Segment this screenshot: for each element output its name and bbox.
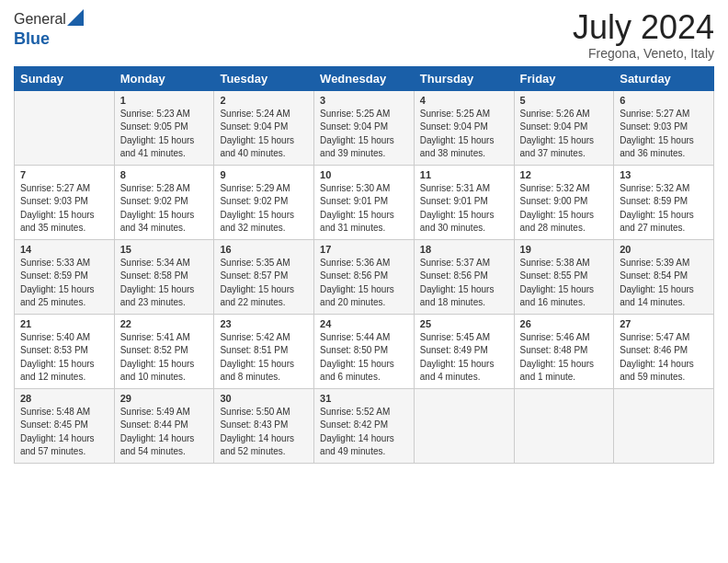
calendar-cell: 14 Sunrise: 5:33 AMSunset: 8:59 PMDaylig… <box>15 239 115 314</box>
cell-info: Sunrise: 5:38 AMSunset: 8:55 PMDaylight:… <box>520 258 595 308</box>
calendar-week-0: 1 Sunrise: 5:23 AMSunset: 9:05 PMDayligh… <box>15 90 714 165</box>
calendar-cell: 17 Sunrise: 5:36 AMSunset: 8:56 PMDaylig… <box>314 239 415 314</box>
cell-info: Sunrise: 5:30 AMSunset: 9:01 PMDaylight:… <box>320 183 394 234</box>
day-number: 28 <box>20 393 108 404</box>
day-number: 12 <box>520 169 609 180</box>
day-number: 13 <box>620 169 708 180</box>
calendar-week-1: 7 Sunrise: 5:27 AMSunset: 9:03 PMDayligh… <box>15 165 714 239</box>
cell-info: Sunrise: 5:52 AMSunset: 8:42 PMDaylight:… <box>320 407 394 457</box>
cell-info: Sunrise: 5:50 AMSunset: 8:43 PMDaylight:… <box>220 407 294 457</box>
svg-marker-0 <box>67 9 84 26</box>
calendar-cell: 23 Sunrise: 5:42 AMSunset: 8:51 PMDaylig… <box>214 314 314 388</box>
cell-info: Sunrise: 5:41 AMSunset: 8:52 PMDaylight:… <box>120 332 195 383</box>
calendar-cell: 15 Sunrise: 5:34 AMSunset: 8:58 PMDaylig… <box>114 239 214 314</box>
cell-info: Sunrise: 5:25 AMSunset: 9:04 PMDaylight:… <box>320 109 394 159</box>
day-number: 18 <box>420 244 508 255</box>
day-number: 24 <box>320 318 408 329</box>
day-number: 31 <box>320 393 408 404</box>
day-number: 30 <box>220 393 308 404</box>
day-number: 14 <box>20 244 108 255</box>
calendar-cell: 29 Sunrise: 5:49 AMSunset: 8:44 PMDaylig… <box>114 388 214 463</box>
calendar-cell: 3 Sunrise: 5:25 AMSunset: 9:04 PMDayligh… <box>314 90 415 165</box>
calendar-cell: 8 Sunrise: 5:28 AMSunset: 9:02 PMDayligh… <box>114 165 214 239</box>
cell-info: Sunrise: 5:34 AMSunset: 8:58 PMDaylight:… <box>120 258 195 308</box>
cell-info: Sunrise: 5:40 AMSunset: 8:53 PMDaylight:… <box>20 332 95 383</box>
cell-info: Sunrise: 5:25 AMSunset: 9:04 PMDaylight:… <box>420 109 495 159</box>
calendar-cell <box>15 90 115 165</box>
logo-general-text: General <box>14 11 66 28</box>
header-row: Sunday Monday Tuesday Wednesday Thursday… <box>15 66 714 90</box>
calendar-cell: 7 Sunrise: 5:27 AMSunset: 9:03 PMDayligh… <box>15 165 115 239</box>
cell-info: Sunrise: 5:42 AMSunset: 8:51 PMDaylight:… <box>220 332 294 383</box>
cell-info: Sunrise: 5:35 AMSunset: 8:57 PMDaylight:… <box>220 258 294 308</box>
calendar-cell: 4 Sunrise: 5:25 AMSunset: 9:04 PMDayligh… <box>414 90 514 165</box>
col-wednesday: Wednesday <box>314 66 415 90</box>
calendar-cell: 9 Sunrise: 5:29 AMSunset: 9:02 PMDayligh… <box>214 165 314 239</box>
day-number: 5 <box>520 95 609 106</box>
day-number: 9 <box>220 169 308 180</box>
cell-info: Sunrise: 5:31 AMSunset: 9:01 PMDaylight:… <box>420 183 495 234</box>
day-number: 22 <box>120 318 209 329</box>
day-number: 4 <box>420 95 508 106</box>
day-number: 25 <box>420 318 508 329</box>
calendar-cell: 12 Sunrise: 5:32 AMSunset: 9:00 PMDaylig… <box>514 165 614 239</box>
calendar-cell: 11 Sunrise: 5:31 AMSunset: 9:01 PMDaylig… <box>414 165 514 239</box>
col-tuesday: Tuesday <box>214 66 314 90</box>
day-number: 29 <box>120 393 209 404</box>
calendar-cell: 1 Sunrise: 5:23 AMSunset: 9:05 PMDayligh… <box>114 90 214 165</box>
day-number: 3 <box>320 95 408 106</box>
day-number: 23 <box>220 318 308 329</box>
col-monday: Monday <box>114 66 214 90</box>
calendar-cell <box>614 388 714 463</box>
calendar-week-3: 21 Sunrise: 5:40 AMSunset: 8:53 PMDaylig… <box>15 314 714 388</box>
calendar-cell <box>414 388 514 463</box>
cell-info: Sunrise: 5:32 AMSunset: 8:59 PMDaylight:… <box>620 183 694 234</box>
calendar-table: Sunday Monday Tuesday Wednesday Thursday… <box>14 66 714 464</box>
calendar-cell: 2 Sunrise: 5:24 AMSunset: 9:04 PMDayligh… <box>214 90 314 165</box>
day-number: 17 <box>320 244 408 255</box>
title-block: July 2024 Fregona, Veneto, Italy <box>573 9 714 61</box>
day-number: 8 <box>120 169 209 180</box>
calendar-week-4: 28 Sunrise: 5:48 AMSunset: 8:45 PMDaylig… <box>15 388 714 463</box>
cell-info: Sunrise: 5:37 AMSunset: 8:56 PMDaylight:… <box>420 258 495 308</box>
cell-info: Sunrise: 5:27 AMSunset: 9:03 PMDaylight:… <box>20 183 95 234</box>
logo-icon <box>67 9 84 26</box>
main-container: General Blue July 2024 Fregona, Veneto, … <box>0 0 728 473</box>
calendar-cell: 16 Sunrise: 5:35 AMSunset: 8:57 PMDaylig… <box>214 239 314 314</box>
day-number: 7 <box>20 169 108 180</box>
cell-info: Sunrise: 5:32 AMSunset: 9:00 PMDaylight:… <box>520 183 595 234</box>
day-number: 6 <box>620 95 708 106</box>
day-number: 20 <box>620 244 708 255</box>
cell-info: Sunrise: 5:29 AMSunset: 9:02 PMDaylight:… <box>220 183 294 234</box>
location: Fregona, Veneto, Italy <box>573 46 714 61</box>
cell-info: Sunrise: 5:47 AMSunset: 8:46 PMDaylight:… <box>620 332 694 383</box>
day-number: 19 <box>520 244 609 255</box>
day-number: 21 <box>20 318 108 329</box>
calendar-cell: 22 Sunrise: 5:41 AMSunset: 8:52 PMDaylig… <box>114 314 214 388</box>
calendar-cell: 19 Sunrise: 5:38 AMSunset: 8:55 PMDaylig… <box>514 239 614 314</box>
calendar-cell: 10 Sunrise: 5:30 AMSunset: 9:01 PMDaylig… <box>314 165 415 239</box>
day-number: 1 <box>120 95 209 106</box>
calendar-cell: 5 Sunrise: 5:26 AMSunset: 9:04 PMDayligh… <box>514 90 614 165</box>
calendar-cell: 27 Sunrise: 5:47 AMSunset: 8:46 PMDaylig… <box>614 314 714 388</box>
day-number: 15 <box>120 244 209 255</box>
calendar-week-2: 14 Sunrise: 5:33 AMSunset: 8:59 PMDaylig… <box>15 239 714 314</box>
day-number: 10 <box>320 169 408 180</box>
logo-blue-text: Blue <box>14 29 50 48</box>
calendar-cell: 31 Sunrise: 5:52 AMSunset: 8:42 PMDaylig… <box>314 388 415 463</box>
cell-info: Sunrise: 5:45 AMSunset: 8:49 PMDaylight:… <box>420 332 495 383</box>
cell-info: Sunrise: 5:33 AMSunset: 8:59 PMDaylight:… <box>20 258 95 308</box>
col-sunday: Sunday <box>15 66 115 90</box>
day-number: 11 <box>420 169 508 180</box>
day-number: 2 <box>220 95 308 106</box>
cell-info: Sunrise: 5:49 AMSunset: 8:44 PMDaylight:… <box>120 407 195 457</box>
calendar-cell: 30 Sunrise: 5:50 AMSunset: 8:43 PMDaylig… <box>214 388 314 463</box>
col-thursday: Thursday <box>414 66 514 90</box>
calendar-cell <box>514 388 614 463</box>
calendar-cell: 20 Sunrise: 5:39 AMSunset: 8:54 PMDaylig… <box>614 239 714 314</box>
cell-info: Sunrise: 5:44 AMSunset: 8:50 PMDaylight:… <box>320 332 394 383</box>
day-number: 16 <box>220 244 308 255</box>
cell-info: Sunrise: 5:27 AMSunset: 9:03 PMDaylight:… <box>620 109 694 159</box>
day-number: 26 <box>520 318 609 329</box>
cell-info: Sunrise: 5:46 AMSunset: 8:48 PMDaylight:… <box>520 332 595 383</box>
